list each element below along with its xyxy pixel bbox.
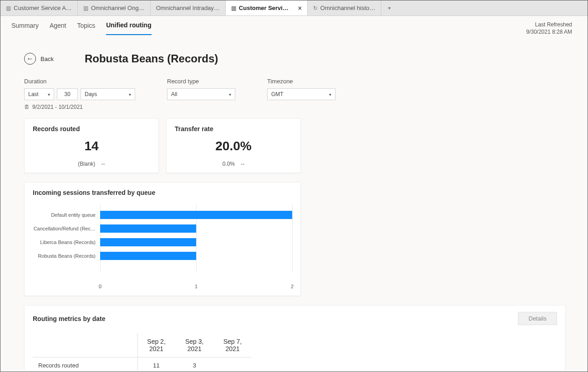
col-header: Sep 7, 2021 [214, 333, 251, 357]
app-tab[interactable]: ▥ Omnichannel Ong… [78, 0, 151, 15]
duration-mode-select[interactable]: Last ▾ [24, 88, 54, 100]
app-tab[interactable]: Omnichannel Intraday… [151, 0, 226, 15]
bar-track [100, 210, 292, 220]
report-icon: ▥ [83, 5, 88, 11]
last-refreshed-label: Last Refreshed [526, 21, 572, 28]
chart-title: Incoming sessions transferred by queue [33, 189, 292, 196]
app-tab-active[interactable]: ▥ Customer Service historic… × [226, 0, 308, 15]
report-subnav: Summary Agent Topics Unified routing [11, 21, 152, 35]
tab-label: Omnichannel Intraday… [156, 5, 220, 11]
bar-track [100, 237, 292, 247]
date-range: 🗓 9/2/2021 - 10/1/2021 [24, 104, 577, 110]
last-refreshed: Last Refreshed 9/30/2021 8:28 AM [526, 21, 577, 35]
filter-label: Timezone [267, 78, 335, 85]
details-button[interactable]: Details [518, 312, 557, 325]
title-row: ← Back Robusta Beans (Records) [24, 52, 577, 65]
plus-icon: + [388, 5, 391, 11]
chart-sessions-by-queue: Incoming sessions transferred by queue D… [24, 182, 301, 296]
tab-label: Omnichannel Ong… [91, 5, 145, 11]
subnav-unified-routing[interactable]: Unified routing [106, 21, 152, 35]
kpi-value: 14 [33, 139, 150, 153]
app-tabstrip: ▥ Customer Service A… ▥ Omnichannel Ong…… [0, 0, 588, 16]
close-icon[interactable]: × [294, 5, 302, 12]
record-type-select[interactable]: All ▾ [167, 88, 235, 100]
date-range-text: 9/2/2021 - 10/1/2021 [32, 104, 83, 110]
bar-label: Liberca Beans (Records) [33, 240, 100, 245]
bar-chart: Default entity queueCancellation/Refund … [33, 208, 292, 281]
last-refreshed-value: 9/30/2021 8:28 AM [526, 29, 572, 35]
metrics-table: Sep 2, 2021 Sep 3, 2021 Sep 7, 2021 Reco… [33, 333, 251, 371]
chevron-down-icon: ▾ [229, 92, 231, 97]
kpi-title: Transfer rate [175, 125, 292, 132]
tab-label: Customer Service historic… [239, 5, 292, 11]
subnav-summary[interactable]: Summary [11, 22, 39, 35]
x-tick: 2 [291, 284, 294, 289]
subnav-topics[interactable]: Topics [77, 22, 96, 35]
kpi-transfer-rate: Transfer rate 20.0% 0.0% -- [166, 118, 301, 173]
chevron-down-icon: ▾ [129, 92, 131, 97]
report-icon: ▥ [6, 5, 11, 11]
col-header: Sep 2, 2021 [137, 333, 175, 357]
timezone-select[interactable]: GMT ▾ [267, 88, 335, 100]
kpi-title: Records routed [33, 125, 150, 132]
back-label: Back [41, 56, 54, 62]
bar-track [100, 251, 292, 261]
subnav-agent[interactable]: Agent [50, 22, 66, 35]
filter-label: Record type [167, 78, 235, 85]
back-button[interactable]: ← Back [24, 53, 54, 65]
bar-row: Cancellation/Refund (Rec… [33, 222, 292, 235]
metrics-title: Routing metrics by date [33, 315, 105, 322]
report-icon: ▥ [231, 5, 236, 11]
kpi-row: Records routed 14 (Blank) -- Transfer ra… [24, 118, 577, 173]
filter-label: Duration [24, 78, 135, 85]
arrow-left-icon: ← [24, 53, 36, 65]
bar-row: Robusta Beans (Records) [33, 249, 292, 263]
routing-metrics-card: Routing metrics by date Details Sep 2, 2… [24, 305, 566, 371]
bar-label: Default entity queue [33, 212, 100, 218]
report-page: ← Back Robusta Beans (Records) Duration … [0, 35, 588, 371]
bar-fill [100, 211, 292, 219]
subnav-row: Summary Agent Topics Unified routing Las… [0, 16, 588, 35]
filter-record-type: Record type All ▾ [167, 78, 235, 100]
cell: 11 [137, 357, 175, 371]
kpi-records-routed: Records routed 14 (Blank) -- [24, 118, 159, 173]
bar-fill [100, 238, 196, 246]
new-tab-button[interactable]: + [381, 0, 398, 15]
bar-track [100, 224, 292, 234]
filter-duration: Duration Last ▾ 30 Days ▾ [24, 78, 135, 100]
kpi-subtext: 0.0% -- [175, 161, 292, 167]
kpi-value: 20.0% [175, 139, 292, 153]
x-tick: 0 [99, 284, 101, 289]
x-tick: 1 [195, 284, 198, 289]
x-axis-ticks: 012 [100, 284, 292, 291]
chevron-down-icon: ▾ [329, 92, 331, 97]
history-icon: ↻ [313, 5, 318, 11]
bar-label: Robusta Beans (Records) [33, 253, 100, 259]
row-label: Records routed [33, 357, 137, 371]
tab-label: Omnichannel histo… [320, 5, 375, 11]
filter-bar: Duration Last ▾ 30 Days ▾ Record type Al [24, 78, 577, 100]
bar-row: Liberca Beans (Records) [33, 235, 292, 249]
page-title: Robusta Beans (Records) [85, 52, 218, 65]
app-tab[interactable]: ▥ Customer Service A… [0, 0, 78, 15]
bar-label: Cancellation/Refund (Rec… [33, 226, 100, 231]
tab-label: Customer Service A… [14, 5, 72, 11]
table-row: Records routed 11 3 [33, 357, 251, 371]
col-header: Sep 3, 2021 [175, 333, 214, 357]
bar-fill [100, 224, 196, 233]
duration-count-input[interactable]: 30 [57, 88, 78, 100]
kpi-subtext: (Blank) -- [33, 161, 150, 167]
bar-fill [100, 252, 196, 260]
bar-row: Default entity queue [33, 208, 292, 222]
chevron-down-icon: ▾ [48, 92, 50, 97]
cell [214, 357, 251, 371]
calendar-icon: 🗓 [24, 104, 30, 110]
filter-timezone: Timezone GMT ▾ [267, 78, 335, 100]
app-tab[interactable]: ↻ Omnichannel histo… [308, 0, 381, 15]
cell: 3 [175, 357, 214, 371]
duration-unit-select[interactable]: Days ▾ [81, 88, 135, 100]
